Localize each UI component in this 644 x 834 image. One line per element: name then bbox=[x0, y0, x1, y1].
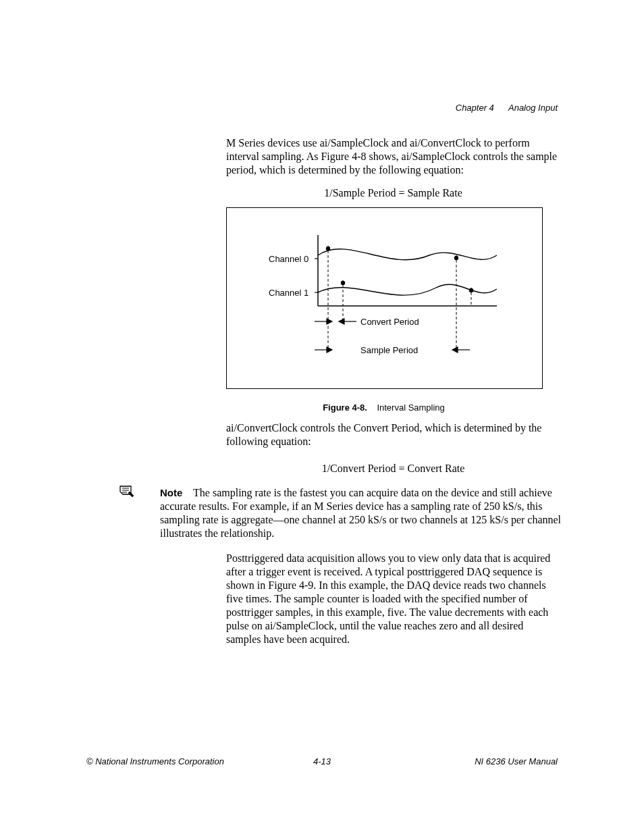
header-chapter: Chapter 4 bbox=[456, 103, 494, 113]
note-label: Note bbox=[160, 487, 182, 498]
paragraph-convert-clock: ai/ConvertClock controls the Convert Per… bbox=[226, 421, 560, 448]
paragraph-intro: M Series devices use ai/SampleClock and … bbox=[226, 136, 560, 177]
svg-point-9 bbox=[341, 281, 345, 285]
figure-label-channel-1: Channel 1 bbox=[269, 288, 308, 298]
header-title: Analog Input bbox=[508, 103, 558, 113]
figure-number: Figure 4-8. bbox=[323, 402, 367, 413]
equation-sample-rate: 1/Sample Period = Sample Rate bbox=[226, 186, 560, 200]
svg-marker-19 bbox=[452, 347, 458, 353]
figure-label-channel-0: Channel 0 bbox=[269, 254, 308, 264]
svg-point-11 bbox=[469, 288, 473, 292]
figure-title: Interval Sampling bbox=[377, 402, 444, 413]
running-header: Chapter 4 Analog Input bbox=[456, 103, 558, 113]
figure-caption: Figure 4-8. Interval Sampling bbox=[226, 402, 541, 413]
note-text: The sampling rate is the fastest you can… bbox=[160, 487, 561, 539]
note-icon bbox=[119, 485, 135, 498]
note-block: Note The sampling rate is the fastest yo… bbox=[160, 486, 562, 540]
figure-label-sample-period: Sample Period bbox=[360, 345, 418, 355]
svg-marker-15 bbox=[339, 319, 344, 324]
svg-point-8 bbox=[326, 246, 330, 251]
footer-manual-title: NI 6236 User Manual bbox=[475, 756, 558, 766]
equation-convert-rate: 1/Convert Period = Convert Rate bbox=[226, 462, 560, 475]
svg-point-10 bbox=[454, 256, 458, 260]
page: Chapter 4 Analog Input M Series devices … bbox=[0, 0, 644, 834]
svg-marker-17 bbox=[327, 347, 332, 353]
paragraph-posttriggered: Posttriggered data acquisition allows yo… bbox=[226, 552, 560, 646]
figure-interval-sampling: Channel 0 Channel 1 Convert Period Sampl… bbox=[226, 207, 543, 389]
interval-sampling-diagram-svg bbox=[227, 208, 542, 388]
svg-marker-13 bbox=[327, 319, 332, 324]
figure-label-convert-period: Convert Period bbox=[360, 317, 419, 327]
